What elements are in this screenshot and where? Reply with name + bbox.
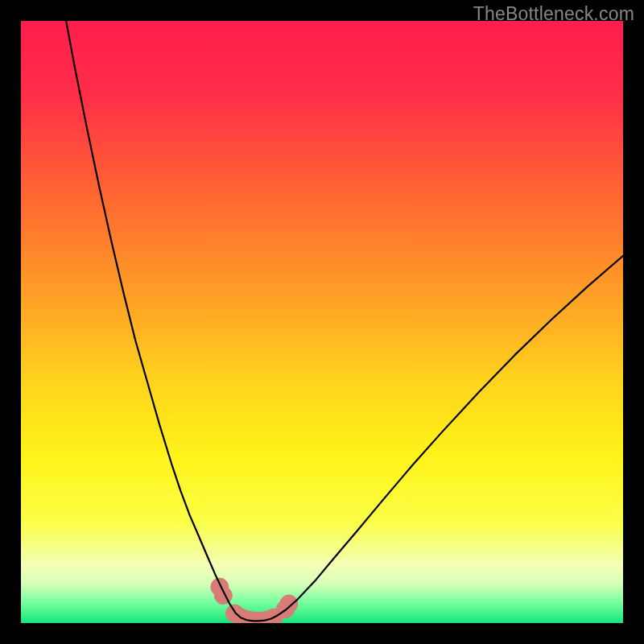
curve-layer [21,21,623,623]
watermark-text: TheBottleneck.com [473,3,634,25]
plot-area [21,21,623,623]
valley-markers [211,578,298,623]
bottleneck-curve [66,21,623,621]
chart-frame: TheBottleneck.com [0,0,644,644]
valley-marker [280,595,298,613]
